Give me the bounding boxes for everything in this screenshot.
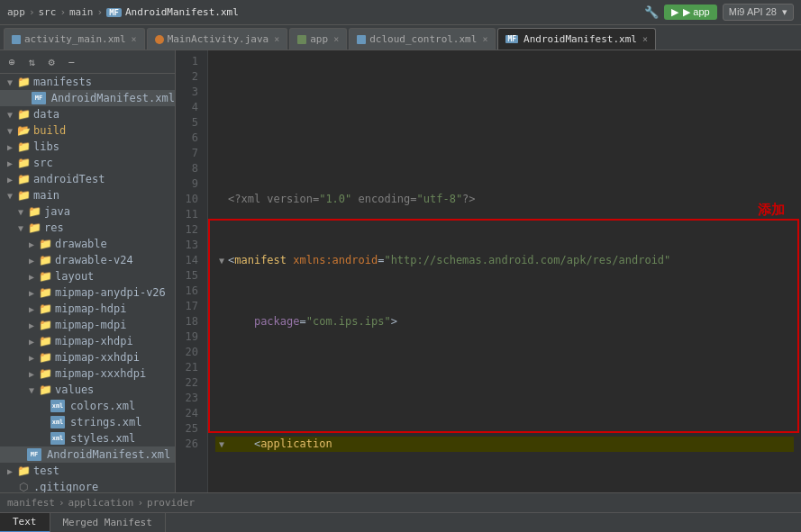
collapse-icon[interactable]: − xyxy=(63,54,79,70)
tab-close-icon[interactable]: × xyxy=(333,34,339,44)
tab-label: activity_main.xml xyxy=(24,33,126,45)
run-icon: ▶ xyxy=(671,6,678,18)
code-line-2: ▼ <manifest xmlns:android="http://schema… xyxy=(215,253,794,268)
tab-activity-main[interactable]: activity_main.xml × xyxy=(4,28,145,50)
arrow-icon: ▼ xyxy=(25,385,38,395)
sidebar-item-mipmap-anydpi[interactable]: ▶ 📁 mipmap-anydpi-v26 xyxy=(0,284,175,301)
folder-icon: 📁 xyxy=(16,173,31,185)
arrow-icon: ▶ xyxy=(25,337,38,347)
code-editor[interactable]: 1 2 3 4 5 6 7 8 9 10 11 12 13 14 15 16 1… xyxy=(176,50,801,492)
sidebar-item-manifests[interactable]: ▼ 📁 manifests xyxy=(0,74,175,90)
run-label: ▶ app xyxy=(683,6,709,18)
tab-text[interactable]: Text xyxy=(0,513,50,533)
sidebar-item-androidmanifest-top[interactable]: MF AndroidManifest.xml xyxy=(0,90,175,106)
sidebar-item-src[interactable]: ▶ 📁 src xyxy=(0,155,175,171)
code-text: <?xml version="1.0" encoding="utf-8"?> xyxy=(228,192,476,207)
sidebar-item-androidtest[interactable]: ▶ 📁 androidTest xyxy=(0,171,175,187)
tab-label: MainActivity.java xyxy=(168,33,269,45)
tab-close-icon[interactable]: × xyxy=(482,34,487,44)
sidebar-item-main[interactable]: ▼ 📁 main xyxy=(0,187,175,203)
code-text: package="com.ips.ips"> xyxy=(228,314,397,329)
tab-androidmanifest[interactable]: MF AndroidManifest.xml × xyxy=(497,28,656,50)
sidebar-item-mipmap-xhdpi[interactable]: ▶ 📁 mipmap-xhdpi xyxy=(0,333,175,349)
java-icon xyxy=(155,35,164,44)
tree-label: mipmap-mdpi xyxy=(55,319,126,331)
sync-icon[interactable]: ⇅ xyxy=(23,54,40,70)
tree-label: strings.xml xyxy=(70,416,141,428)
app-icon xyxy=(297,35,306,44)
tab-close-icon[interactable]: × xyxy=(274,34,279,44)
sidebar-item-libs[interactable]: ▶ 📁 libs xyxy=(0,139,175,155)
sidebar-item-java[interactable]: ▼ 📁 java xyxy=(0,203,175,220)
sidebar-item-layout[interactable]: ▶ 📁 layout xyxy=(0,268,175,284)
code-content: 添加 <?xml version="1.0" encoding="utf-8"?… xyxy=(208,50,801,492)
settings-icon[interactable]: ⚙ xyxy=(43,54,59,70)
breadcrumb-sep1: › xyxy=(59,497,65,509)
tree-label: mipmap-anydpi-v26 xyxy=(55,286,166,299)
xml-file-icon: xml xyxy=(50,400,65,412)
tab-close-icon[interactable]: × xyxy=(132,34,137,44)
sidebar-item-androidmanifest-main[interactable]: MF AndroidManifest.xml xyxy=(0,446,175,463)
sidebar-item-test[interactable]: ▶ 📁 test xyxy=(0,463,175,479)
titlebar: app › src › main › MF AndroidManifest.xm… xyxy=(0,0,801,25)
sidebar-item-drawable[interactable]: ▶ 📁 drawable xyxy=(0,236,175,252)
breadcrumb-application: application xyxy=(68,497,134,509)
arrow-icon: ▼ xyxy=(4,191,16,201)
arrow-icon: ▼ xyxy=(14,223,27,233)
sidebar-item-gitignore[interactable]: ⬡ .gitignore xyxy=(0,479,175,492)
sidebar-toolbar: ⊕ ⇅ ⚙ − xyxy=(0,50,175,74)
manifest-icon: MF xyxy=(505,35,518,43)
code-text: <manifest xmlns:android="http://schemas.… xyxy=(228,253,670,268)
xml-icon xyxy=(357,35,366,44)
device-selector[interactable]: Mi9 API 28 ▾ xyxy=(723,4,794,21)
wrench-icon: 🔧 xyxy=(644,5,659,19)
tree-label: manifests xyxy=(33,76,92,88)
sidebar-item-mipmap-xxxhdpi[interactable]: ▶ 📁 mipmap-xxxhdpi xyxy=(0,365,175,382)
tab-merged-manifest[interactable]: Merged Manifest xyxy=(50,513,166,533)
arrow-icon: ▶ xyxy=(4,158,16,168)
add-icon[interactable]: ⊕ xyxy=(4,54,20,70)
app-label: app xyxy=(7,6,25,18)
tabs-bar: activity_main.xml × MainActivity.java × … xyxy=(0,25,801,50)
code-area: 1 2 3 4 5 6 7 8 9 10 11 12 13 14 15 16 1… xyxy=(176,50,801,492)
sidebar-item-res[interactable]: ▼ 📁 res xyxy=(0,220,175,236)
run-button[interactable]: ▶ ▶ app xyxy=(664,5,716,20)
git-file-icon: ⬡ xyxy=(16,481,31,492)
sidebar-item-mipmap-mdpi[interactable]: ▶ 📁 mipmap-mdpi xyxy=(0,317,175,333)
tree-label: mipmap-xhdpi xyxy=(55,335,133,347)
sidebar: ⊕ ⇅ ⚙ − ▼ 📁 manifests MF AndroidManifest… xyxy=(0,50,176,492)
sidebar-item-colors[interactable]: xml colors.xml xyxy=(0,398,175,414)
tab-close-icon[interactable]: × xyxy=(642,34,648,44)
arrow-icon: ▶ xyxy=(4,142,16,152)
fold-btn[interactable]: ▼ xyxy=(215,253,228,268)
folder-icon: 📁 xyxy=(38,302,52,315)
sidebar-item-strings[interactable]: xml strings.xml xyxy=(0,414,175,430)
code-line-5: ▼ <application xyxy=(215,437,794,452)
xml-file-icon: xml xyxy=(50,432,65,445)
tree-label: values xyxy=(55,383,94,396)
folder-icon: 📁 xyxy=(16,108,31,121)
fold-btn[interactable]: ▼ xyxy=(215,437,228,452)
tab-dcloud[interactable]: dcloud_control.xml × xyxy=(349,28,496,50)
sidebar-item-data[interactable]: ▼ 📁 data xyxy=(0,106,175,122)
folder-icon: 📁 xyxy=(38,335,52,347)
tab-mainactivity[interactable]: MainActivity.java × xyxy=(147,28,288,50)
sidebar-item-values[interactable]: ▼ 📁 values xyxy=(0,382,175,398)
tab-app[interactable]: app × xyxy=(289,28,347,50)
arrow-icon: ▶ xyxy=(4,466,16,476)
tree-label: res xyxy=(44,221,64,234)
folder-icon: 📁 xyxy=(38,319,52,331)
arrow-icon: ▼ xyxy=(4,126,16,136)
sidebar-item-styles[interactable]: xml styles.xml xyxy=(0,430,175,446)
sidebar-item-mipmap-xxhdpi[interactable]: ▶ 📁 mipmap-xxhdpi xyxy=(0,349,175,365)
arrow-icon: ▶ xyxy=(25,304,38,314)
breadcrumb-manifest: manifest xyxy=(7,497,55,509)
sidebar-item-mipmap-hdpi[interactable]: ▶ 📁 mipmap-hdpi xyxy=(0,301,175,317)
breadcrumb-provider: provider xyxy=(147,497,195,509)
tab-text-label: Text xyxy=(13,516,37,527)
sidebar-item-build[interactable]: ▼ 📂 build xyxy=(0,122,175,139)
sidebar-item-drawable-v24[interactable]: ▶ 📁 drawable-v24 xyxy=(0,252,175,268)
title-sep2: › xyxy=(59,6,66,18)
tree-label: main xyxy=(33,189,59,202)
tree-label: colors.xml xyxy=(70,400,135,412)
